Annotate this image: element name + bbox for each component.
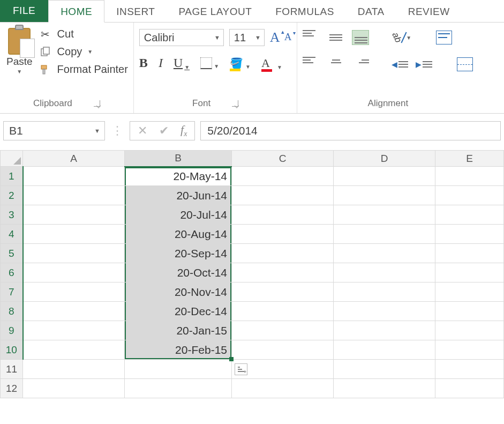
cell-D6[interactable]: [334, 263, 435, 282]
decrease-font-icon[interactable]: A▾: [284, 31, 292, 47]
autofill-options-button[interactable]: [235, 363, 247, 375]
increase-indent-button[interactable]: ▶: [416, 60, 432, 69]
tab-home[interactable]: HOME: [48, 0, 104, 23]
cell-B8[interactable]: 20-Dec-14: [125, 302, 232, 321]
cell-D2[interactable]: [334, 186, 435, 205]
cell-E3[interactable]: [435, 205, 504, 225]
align-center-button[interactable]: [327, 57, 344, 72]
italic-button[interactable]: I: [159, 56, 163, 70]
cell-B4[interactable]: 20-Aug-14: [125, 225, 232, 244]
cell-A11[interactable]: [23, 360, 125, 379]
cell-D10[interactable]: [334, 340, 435, 360]
cell-C3[interactable]: [232, 205, 334, 225]
row-header-2[interactable]: 2: [1, 186, 23, 205]
cell-E1[interactable]: [435, 167, 504, 186]
enter-formula-icon[interactable]: ✔: [159, 124, 169, 138]
row-header-11[interactable]: 11: [1, 360, 23, 379]
orientation-button[interactable]: ab▼: [392, 32, 411, 43]
cell-B10[interactable]: 20-Feb-15: [125, 340, 232, 360]
row-header-6[interactable]: 6: [1, 263, 23, 282]
font-dialog-launcher-icon[interactable]: [232, 100, 238, 107]
cell-D1[interactable]: [334, 167, 435, 186]
row-header-1[interactable]: 1: [1, 167, 23, 186]
cell-E9[interactable]: [435, 321, 504, 340]
paste-dropdown-icon[interactable]: ▼: [17, 69, 22, 75]
cell-D5[interactable]: [334, 244, 435, 263]
align-top-button[interactable]: [303, 30, 320, 45]
cell-E11[interactable]: [435, 360, 504, 379]
row-header-5[interactable]: 5: [1, 244, 23, 263]
col-header-B[interactable]: B: [125, 151, 232, 167]
cut-button[interactable]: ✂ Cut: [39, 28, 128, 40]
fill-color-button[interactable]: 🪣▼: [230, 57, 251, 70]
cell-C12[interactable]: [232, 379, 334, 398]
clipboard-dialog-launcher-icon[interactable]: [94, 100, 100, 107]
align-bottom-button[interactable]: [352, 30, 369, 45]
cell-A1[interactable]: [23, 167, 125, 186]
col-header-A[interactable]: A: [23, 151, 125, 167]
align-left-button[interactable]: [303, 57, 320, 72]
cell-A2[interactable]: [23, 186, 125, 205]
tab-formulas[interactable]: FORMULAS: [264, 1, 346, 22]
cell-A4[interactable]: [23, 225, 125, 244]
cell-A3[interactable]: [23, 205, 125, 225]
copy-dropdown-icon[interactable]: ▼: [87, 49, 93, 55]
insert-function-icon[interactable]: fx: [180, 123, 187, 138]
decrease-indent-button[interactable]: ◀: [392, 60, 408, 69]
fill-handle[interactable]: [229, 357, 234, 361]
tab-data[interactable]: DATA: [346, 1, 396, 22]
row-header-10[interactable]: 10: [1, 340, 23, 360]
tab-insert[interactable]: INSERT: [104, 1, 167, 22]
align-middle-button[interactable]: [327, 30, 344, 45]
cell-C7[interactable]: [232, 282, 334, 302]
cell-B3[interactable]: 20-Jul-14: [125, 205, 232, 225]
cell-C6[interactable]: [232, 263, 334, 282]
merge-center-icon[interactable]: [457, 57, 473, 71]
cell-E6[interactable]: [435, 263, 504, 282]
cell-E7[interactable]: [435, 282, 504, 302]
cell-E10[interactable]: [435, 340, 504, 360]
increase-font-icon[interactable]: A▴: [270, 29, 280, 46]
cell-C10[interactable]: [232, 340, 334, 360]
paste-button[interactable]: Paste ▼: [5, 26, 34, 96]
col-header-E[interactable]: E: [435, 151, 504, 167]
font-size-combo[interactable]: 11 ▼: [229, 29, 265, 46]
cell-B5[interactable]: 20-Sep-14: [125, 244, 232, 263]
cell-B12[interactable]: [125, 379, 232, 398]
cell-C1[interactable]: [232, 167, 334, 186]
format-painter-button[interactable]: Format Painter: [39, 63, 128, 76]
cell-E5[interactable]: [435, 244, 504, 263]
select-all-corner[interactable]: [1, 151, 23, 167]
copy-button[interactable]: Copy ▼: [39, 46, 128, 58]
cell-C2[interactable]: [232, 186, 334, 205]
col-header-C[interactable]: C: [232, 151, 334, 167]
cell-E8[interactable]: [435, 302, 504, 321]
cell-A7[interactable]: [23, 282, 125, 302]
underline-button[interactable]: U▼: [174, 56, 190, 70]
cell-C9[interactable]: [232, 321, 334, 340]
row-header-8[interactable]: 8: [1, 302, 23, 321]
cell-D8[interactable]: [334, 302, 435, 321]
row-header-9[interactable]: 9: [1, 321, 23, 340]
cancel-formula-icon[interactable]: ✕: [138, 124, 147, 138]
font-name-combo[interactable]: Calibri ▼: [139, 29, 224, 46]
cell-D11[interactable]: [334, 360, 435, 379]
name-box[interactable]: B1 ▼: [3, 121, 105, 140]
cell-D12[interactable]: [334, 379, 435, 398]
cell-B1[interactable]: 20-May-14: [125, 167, 232, 186]
cell-E4[interactable]: [435, 225, 504, 244]
cell-B11[interactable]: [125, 360, 232, 379]
cell-C5[interactable]: [232, 244, 334, 263]
cell-B6[interactable]: 20-Oct-14: [125, 263, 232, 282]
cell-D7[interactable]: [334, 282, 435, 302]
col-header-D[interactable]: D: [334, 151, 435, 167]
row-header-4[interactable]: 4: [1, 225, 23, 244]
row-header-3[interactable]: 3: [1, 205, 23, 225]
cell-D3[interactable]: [334, 205, 435, 225]
cell-A8[interactable]: [23, 302, 125, 321]
wrap-text-icon[interactable]: [436, 31, 452, 44]
cell-A12[interactable]: [23, 379, 125, 398]
cell-D9[interactable]: [334, 321, 435, 340]
spreadsheet-grid[interactable]: ABCDE120-May-14220-Jun-14320-Jul-14420-A…: [0, 150, 504, 398]
cell-C8[interactable]: [232, 302, 334, 321]
